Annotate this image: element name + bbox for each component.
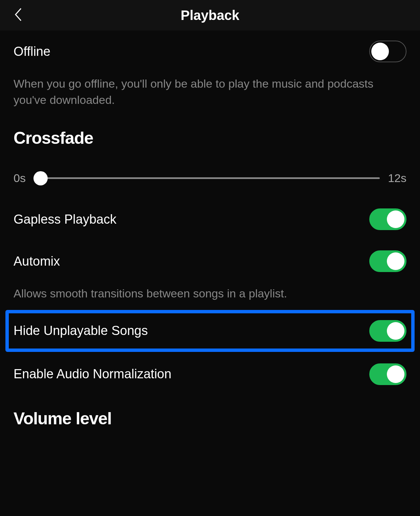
audio-normalization-label: Enable Audio Normalization bbox=[14, 367, 171, 381]
page-title: Playback bbox=[0, 8, 420, 23]
header: Playback bbox=[0, 0, 420, 30]
toggle-knob bbox=[387, 252, 404, 270]
crossfade-slider[interactable] bbox=[34, 177, 380, 179]
automix-description: Allows smooth transitions between songs … bbox=[14, 282, 406, 309]
hide-unplayable-toggle[interactable] bbox=[369, 320, 406, 342]
hide-unplayable-label: Hide Unplayable Songs bbox=[14, 323, 148, 338]
gapless-toggle[interactable] bbox=[369, 208, 406, 230]
gapless-label: Gapless Playback bbox=[14, 212, 116, 227]
chevron-left-icon bbox=[14, 7, 23, 22]
automix-label: Automix bbox=[14, 254, 60, 269]
offline-row: Offline bbox=[14, 30, 406, 72]
crossfade-heading: Crossfade bbox=[14, 115, 406, 158]
offline-description: When you go offline, you'll only be able… bbox=[14, 72, 406, 115]
audio-normalization-toggle[interactable] bbox=[369, 363, 406, 385]
automix-row: Automix bbox=[14, 240, 406, 282]
toggle-knob bbox=[371, 43, 389, 60]
back-button[interactable] bbox=[14, 7, 23, 23]
offline-label: Offline bbox=[14, 44, 50, 59]
gapless-row: Gapless Playback bbox=[14, 198, 406, 240]
audio-normalization-row: Enable Audio Normalization bbox=[14, 353, 406, 395]
crossfade-max-label: 12s bbox=[388, 172, 406, 185]
settings-content: Offline When you go offline, you'll only… bbox=[0, 30, 420, 439]
slider-thumb bbox=[33, 171, 48, 185]
hide-unplayable-row: Hide Unplayable Songs bbox=[5, 310, 415, 352]
automix-toggle[interactable] bbox=[369, 250, 406, 272]
crossfade-slider-row: 0s 12s bbox=[14, 158, 406, 198]
toggle-knob bbox=[387, 322, 404, 340]
toggle-knob bbox=[387, 365, 404, 383]
toggle-knob bbox=[387, 210, 404, 228]
volume-level-heading: Volume level bbox=[14, 395, 406, 439]
crossfade-min-label: 0s bbox=[14, 172, 26, 185]
offline-toggle[interactable] bbox=[369, 41, 406, 62]
